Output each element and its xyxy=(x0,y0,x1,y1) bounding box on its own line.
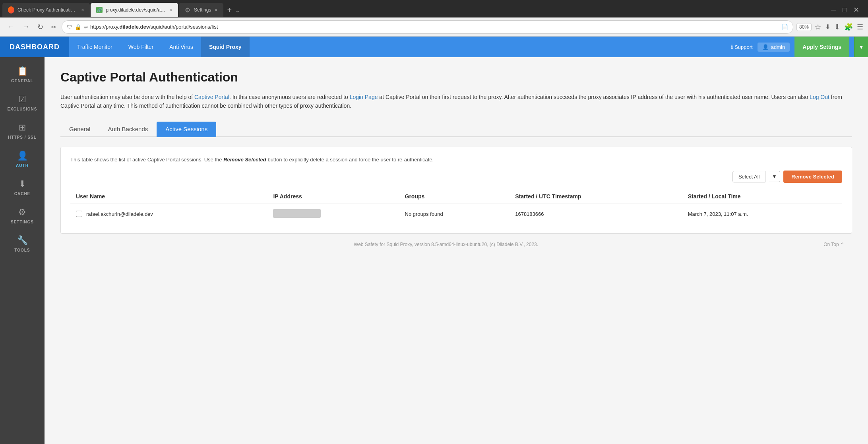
tab-3-close-icon[interactable]: × xyxy=(214,7,217,13)
remove-selected-text: Remove Selected xyxy=(223,157,266,163)
cache-icon: ⬇ xyxy=(19,179,26,189)
pocket-icon[interactable]: ⬇ xyxy=(825,23,830,31)
back-button[interactable]: ← xyxy=(5,21,17,33)
sessions-table: User Name IP Address Groups Started / UT… xyxy=(70,189,842,224)
cell-ip-address xyxy=(267,204,399,224)
url-display[interactable]: https://proxy.diladele.dev/squid/auth/po… xyxy=(90,24,779,30)
col-utc-timestamp: Started / UTC Timestamp xyxy=(510,189,682,204)
tools-icon: 🔧 xyxy=(17,235,28,246)
admin-badge[interactable]: 👤 admin xyxy=(758,43,790,52)
sidebar-item-auth[interactable]: 👤 AUTH xyxy=(0,145,45,173)
cell-local-time: March 7, 2023, 11:07 a.m. xyxy=(682,204,842,224)
sidebar-item-https-ssl[interactable]: ⊞ HTTPS / SSL xyxy=(0,117,45,145)
menu-icon[interactable]: ☰ xyxy=(857,23,863,31)
shield-icon: 🛡 xyxy=(67,24,72,30)
sidebar-item-exclusions[interactable]: ☑ EXCLUSIONS xyxy=(0,89,45,117)
reader-icon[interactable]: 📄 xyxy=(781,24,788,30)
table-body: rafael.akchurin@diladele.dev No groups f… xyxy=(70,204,842,224)
cell-groups: No groups found xyxy=(399,204,510,224)
tracking-icon: ⇌ xyxy=(84,24,88,30)
browser-tab-2[interactable]: 🔗 proxy.diladele.dev/squid/auth/por × xyxy=(91,3,178,17)
extensions-icon[interactable]: 🧩 xyxy=(844,23,853,31)
cell-username: rafael.akchurin@diladele.dev xyxy=(70,204,267,224)
tab-1-close-icon[interactable]: × xyxy=(81,7,84,13)
nav-anti-virus[interactable]: Anti Virus xyxy=(161,37,201,57)
table-description: This table shows the list of active Capt… xyxy=(70,157,842,163)
tab-2-close-icon[interactable]: × xyxy=(169,7,172,13)
col-username: User Name xyxy=(70,189,267,204)
content-tabs: General Auth Backends Active Sessions xyxy=(60,122,852,137)
on-top-button[interactable]: On Top ⌃ xyxy=(823,242,844,247)
reload-button[interactable]: ↻ xyxy=(35,21,46,33)
main-content: Captive Portal Authentication User authe… xyxy=(45,57,868,444)
settings-favicon-icon: ⚙ xyxy=(184,7,191,13)
forward-button[interactable]: → xyxy=(20,21,32,33)
address-bar[interactable]: 🛡 🔒 ⇌ https://proxy.diladele.dev/squid/a… xyxy=(62,20,793,34)
tab-2-favicon-icon: 🔗 xyxy=(96,7,103,13)
cell-utc-timestamp: 1678183666 xyxy=(510,204,682,224)
log-out-link[interactable]: Log Out xyxy=(810,94,829,100)
https-ssl-icon: ⊞ xyxy=(19,122,26,133)
app-body: 📋 GENERAL ☑ EXCLUSIONS ⊞ HTTPS / SSL 👤 A… xyxy=(0,57,868,444)
toolbar-right: ☆ ⬇ ⬇ 🧩 ☰ xyxy=(815,23,863,31)
table-card: This table shows the list of active Capt… xyxy=(60,147,852,234)
support-link[interactable]: ℹ Support xyxy=(731,44,753,50)
window-controls: ─ □ ✕ xyxy=(825,6,866,14)
browser-window: Check Proxy Authentication — We × 🔗 prox… xyxy=(0,0,868,37)
tab-auth-backends[interactable]: Auth Backends xyxy=(99,122,157,137)
download-icon[interactable]: ⬇ xyxy=(834,23,840,31)
tab-active-sessions[interactable]: Active Sessions xyxy=(157,122,216,137)
nav-traffic-monitor[interactable]: Traffic Monitor xyxy=(69,37,120,57)
table-row: rafael.akchurin@diladele.dev No groups f… xyxy=(70,204,842,224)
sidebar-item-general[interactable]: 📋 GENERAL xyxy=(0,60,45,89)
select-all-button[interactable]: Select All xyxy=(732,171,765,182)
new-tab-icon[interactable]: + xyxy=(227,6,232,15)
tab-1-title: Check Proxy Authentication — We xyxy=(17,7,78,13)
captive-portal-link[interactable]: Captive Portal xyxy=(194,94,229,100)
zoom-level[interactable]: 80% xyxy=(796,23,812,31)
minimize-icon[interactable]: ─ xyxy=(831,6,836,14)
maximize-icon[interactable]: □ xyxy=(843,6,847,14)
select-all-dropdown[interactable]: ▼ xyxy=(769,171,780,182)
sidebar-item-cache[interactable]: ⬇ CACHE xyxy=(0,173,45,202)
page-footer: Web Safety for Squid Proxy, version 8.5-… xyxy=(60,234,852,255)
page-title: Captive Portal Authentication xyxy=(60,70,852,85)
close-window-icon[interactable]: ✕ xyxy=(853,6,859,14)
col-local-time: Started / Local Time xyxy=(682,189,842,204)
page-description: User authentication may also be done wit… xyxy=(60,93,852,111)
bookmark-icon[interactable]: ☆ xyxy=(815,23,821,31)
exclusions-icon: ☑ xyxy=(18,94,26,105)
table-actions: Select All ▼ Remove Selected xyxy=(70,171,842,183)
browser-toolbar: ← → ↻ ✂ 🛡 🔒 ⇌ https://proxy.diladele.dev… xyxy=(0,17,868,37)
auth-icon: 👤 xyxy=(17,151,28,161)
apply-settings-dropdown[interactable]: ▼ xyxy=(854,37,868,57)
lock-icon: 🔒 xyxy=(75,24,81,30)
tab-list-icon[interactable]: ⌄ xyxy=(235,6,240,14)
sidebar-item-tools[interactable]: 🔧 TOOLS xyxy=(0,230,45,258)
apply-settings-button[interactable]: Apply Settings xyxy=(794,37,849,57)
info-icon: ℹ xyxy=(731,44,733,50)
app-header: DASHBOARD Traffic Monitor Web Filter Ant… xyxy=(0,37,868,57)
screenshot-button[interactable]: ✂ xyxy=(49,22,58,32)
nav-web-filter[interactable]: Web Filter xyxy=(120,37,162,57)
firefox-favicon-icon xyxy=(8,7,14,13)
browser-tabs-bar: Check Proxy Authentication — We × 🔗 prox… xyxy=(0,0,868,17)
col-ip-address: IP Address xyxy=(267,189,399,204)
app-nav: Traffic Monitor Web Filter Anti Virus Sq… xyxy=(69,37,250,57)
app-logo: DASHBOARD xyxy=(0,37,69,57)
remove-selected-button[interactable]: Remove Selected xyxy=(783,171,842,183)
col-groups: Groups xyxy=(399,189,510,204)
tab-actions: + ⌄ xyxy=(227,6,240,15)
tab-3-title: Settings xyxy=(194,7,211,13)
browser-tab-1[interactable]: Check Proxy Authentication — We × xyxy=(2,3,90,17)
sidebar-item-settings[interactable]: ⚙ SETTINGS xyxy=(0,202,45,230)
ip-address-value xyxy=(273,209,321,218)
tab-general[interactable]: General xyxy=(60,122,99,137)
row-checkbox[interactable] xyxy=(76,211,82,217)
nav-squid-proxy[interactable]: Squid Proxy xyxy=(201,37,250,57)
login-page-link[interactable]: Login Page xyxy=(350,94,378,100)
header-right: ℹ Support 👤 admin Apply Settings ▼ xyxy=(731,37,868,57)
footer-text: Web Safety for Squid Proxy, version 8.5-… xyxy=(354,242,538,247)
browser-tab-3[interactable]: ⚙ Settings × xyxy=(179,3,223,17)
tab-2-title: proxy.diladele.dev/squid/auth/por xyxy=(106,7,166,13)
